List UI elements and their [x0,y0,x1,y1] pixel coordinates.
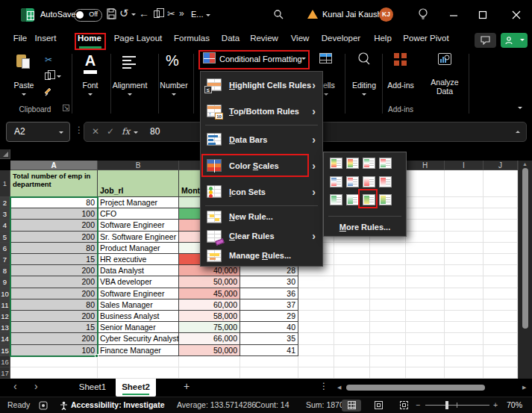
cell-a6[interactable]: 80 [10,243,98,254]
cell[interactable] [370,288,406,299]
vertical-scroll-thumb[interactable] [522,168,528,329]
back-arrow-icon[interactable]: ← [139,7,149,19]
cell[interactable] [445,367,484,379]
comments-button[interactable] [475,33,496,48]
format-painter-button[interactable] [43,87,54,100]
ribbon-tab-power-pivot[interactable]: Power Pivot [392,34,460,43]
cell[interactable] [406,220,445,231]
color-scale-swatch-red-white-green[interactable] [379,158,392,169]
row-header-3[interactable]: 3 [0,208,10,220]
save-icon[interactable] [106,8,116,22]
zoom-in-button[interactable]: + [493,400,498,409]
cell-c14[interactable]: 66,000 [179,333,240,344]
column-header-a[interactable]: A [10,161,98,170]
normal-view-button[interactable] [342,400,361,412]
cell[interactable] [298,288,334,299]
fx-icon[interactable]: fx [122,126,130,137]
cell[interactable] [406,197,445,208]
cell[interactable] [445,345,484,356]
cell[interactable] [484,243,518,254]
row-header-11[interactable]: 11 [0,299,10,311]
doc-name[interactable]: E... [191,10,204,19]
cell-a10[interactable]: 200 [10,288,98,299]
cell[interactable] [484,299,518,311]
cell[interactable] [445,208,484,220]
cell[interactable] [334,254,370,265]
cell-c10[interactable]: 45,000 [179,288,240,299]
search-icon[interactable] [273,9,284,22]
cell[interactable] [484,333,518,344]
cell[interactable] [334,356,370,367]
cell-b11[interactable]: Sales Manager [98,299,179,311]
menu-item-new-rule[interactable]: New Rule... [201,207,322,226]
cell[interactable] [334,367,370,379]
zoom-level[interactable]: 70% [507,400,522,409]
zoom-out-button[interactable]: − [416,400,420,409]
undo-icon[interactable]: ↺ [119,7,129,20]
cell[interactable] [370,265,406,276]
cell[interactable] [298,265,334,276]
warning-icon[interactable] [307,10,318,19]
cell[interactable] [10,356,98,367]
cell-b6[interactable]: Product Manager [98,243,179,254]
column-header-b[interactable]: B [98,161,179,170]
cell[interactable] [370,367,406,379]
cell[interactable] [406,208,445,220]
color-scale-swatch-green-yellow[interactable] [363,194,375,205]
menu-item-manage-rules[interactable]: Manage Rules... [201,246,322,265]
cell[interactable] [298,276,334,288]
sheet-tab-sheet1[interactable]: Sheet1 [73,379,112,397]
cell[interactable] [484,322,518,333]
vertical-scrollbar[interactable]: ▲ [518,161,532,379]
prev-sheet-icon[interactable]: ‹ [13,380,17,392]
cancel-formula-icon[interactable]: ✕ [92,126,99,137]
cell-d10[interactable]: 36 [240,288,298,299]
cell-a4[interactable]: 200 [10,220,98,231]
color-scale-swatch-blue-white-red[interactable] [330,176,342,187]
maximize-button[interactable] [478,9,487,22]
cell-b1[interactable]: Job_rl [98,170,179,197]
cell[interactable] [484,356,518,367]
page-layout-view-button[interactable] [369,400,388,412]
cell-a14[interactable]: 200 [10,333,98,344]
cell[interactable] [406,265,445,276]
hscroll-left-icon[interactable]: ◀ [337,385,341,391]
cell[interactable] [445,276,484,288]
cell-d12[interactable]: 29 [240,311,298,322]
cell[interactable] [370,322,406,333]
copy-button[interactable] [45,72,51,80]
cell[interactable] [10,367,98,379]
cell[interactable] [484,265,518,276]
cell[interactable] [445,254,484,265]
cell[interactable] [445,170,484,197]
cell[interactable] [298,367,334,379]
cell[interactable] [98,367,179,379]
cell-c9[interactable]: 50,000 [179,276,240,288]
cell[interactable] [445,333,484,344]
cell-a2[interactable]: 80 [10,197,98,208]
cell[interactable] [406,232,445,243]
cell-c8[interactable]: 40,000 [179,265,240,276]
cell[interactable] [406,356,445,367]
cell-d8[interactable]: 28 [240,265,298,276]
zoom-slider[interactable] [425,405,489,406]
row-header-2[interactable]: 2 [0,197,10,208]
cell[interactable] [334,322,370,333]
autosave-toggle[interactable]: Off [74,9,102,22]
cell[interactable] [370,243,406,254]
cell[interactable] [484,197,518,208]
cell[interactable] [98,356,179,367]
cell[interactable] [406,311,445,322]
cell-c15[interactable]: 50,000 [179,345,240,356]
cell[interactable] [334,299,370,311]
cell[interactable] [298,356,334,367]
cell[interactable] [445,243,484,254]
row-header-10[interactable]: 10 [0,288,10,299]
scroll-up-icon[interactable]: ▲ [522,161,528,167]
row-header-5[interactable]: 5 [0,232,10,243]
cell[interactable] [484,276,518,288]
selection-fill-handle[interactable] [95,354,98,358]
color-scale-swatch-yellow-green[interactable] [379,194,392,205]
cell[interactable] [445,220,484,231]
menu-item-color-scales[interactable]: Color Scales› [201,152,322,178]
